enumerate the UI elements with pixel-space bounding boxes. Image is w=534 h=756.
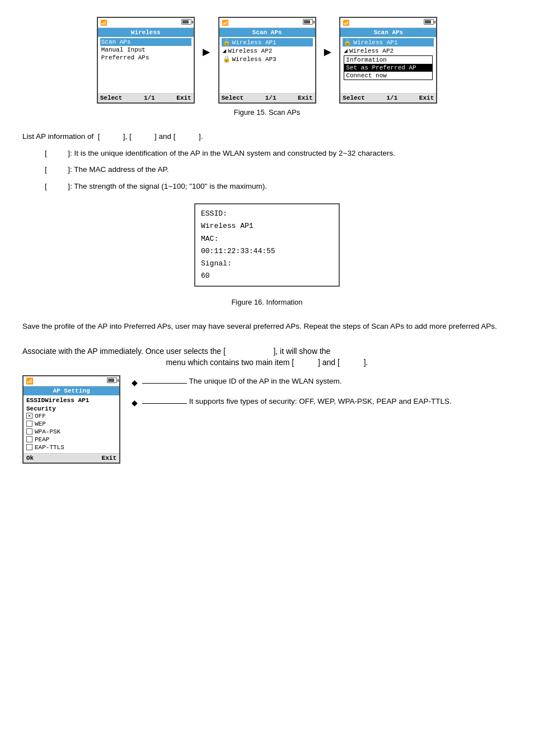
bullet-item-0: [ ] : It is the unique identification of…: [45, 147, 512, 160]
off-checkbox[interactable]: ✕: [26, 413, 32, 419]
peap-label: PEAP: [35, 436, 49, 443]
bottom-section: Associate with the AP immediately. Once …: [17, 347, 517, 464]
screen1-header: Wireless: [98, 28, 194, 37]
ap-essid-row: ESSIDWireless AP1: [26, 397, 116, 404]
bullet-item-1: [ ] : The MAC address of the AP.: [45, 164, 512, 176]
bullet-desc-1: : The MAC address of the AP.: [70, 164, 169, 176]
screen3-footer: Select 1/1 Exit: [340, 93, 436, 102]
bullet-info-bracket-0: The unique ID of the AP in the WLAN syst…: [142, 375, 341, 388]
save-profile-text: Save the profile of the AP into Preferre…: [22, 320, 512, 333]
screen1-footer: Select 1/1 Exit: [98, 93, 194, 102]
screen3-body: 🔒 Wireless AP1 ◢ Wireless AP2 Informatio…: [340, 37, 436, 93]
ap-option-wep[interactable]: WEP: [26, 420, 116, 428]
wpapsk-checkbox[interactable]: [26, 428, 32, 435]
info-line-4: Signal:: [201, 258, 333, 270]
info-line-3: 00:11:22:33:44:55: [201, 245, 333, 258]
ap-exit-btn[interactable]: Exit: [102, 455, 116, 461]
wep-label: WEP: [35, 421, 46, 427]
ap-option-wpa-psk[interactable]: WPA-PSK: [26, 428, 116, 436]
bullet-bracket-1: [ ]: [45, 164, 70, 176]
screen1-item-manual[interactable]: Manual Input: [100, 46, 191, 54]
diamond-icon-0: ◆: [132, 376, 138, 389]
screen3-item-ap2[interactable]: ◢ Wireless AP2: [343, 46, 434, 55]
ap-option-eap-ttls[interactable]: EAP-TTLS: [26, 444, 116, 451]
content-section: List AP information of [ ], [ ] and [ ].…: [17, 130, 517, 333]
screen3-top-bar: 📶: [340, 18, 436, 28]
device-screen-1: 📶 Wireless Scan APs Manual Input Preferr…: [97, 17, 195, 104]
bullet-item-2: [ ] : The strength of the signal (1~100;…: [45, 180, 512, 193]
bullet-info-item-0: ◆ The unique ID of the AP in the WLAN sy…: [132, 375, 452, 389]
screen3-item-ap1[interactable]: 🔒 Wireless AP1: [343, 38, 434, 46]
screen2-battery: [303, 19, 313, 26]
ap-security-label: Security: [26, 405, 116, 412]
screen1-body: Scan APs Manual Input Preferred APs: [98, 37, 194, 93]
screen2-top-bar: 📶: [219, 18, 315, 28]
screen3-ap1-lock-icon: 🔒: [344, 39, 352, 46]
screen3-page: 1/1: [386, 95, 397, 101]
screen2-exit-btn[interactable]: Exit: [298, 95, 312, 101]
info-box: ESSID: Wireless AP1 MAC: 00:11:22:33:44:…: [194, 203, 340, 287]
figure16-caption: Figure 16. Information: [22, 298, 512, 306]
associate-text-line1: Associate with the AP immediately. Once …: [22, 347, 512, 356]
figure15-caption: Figure 15. Scan APs: [17, 108, 517, 116]
bullet-info-bracket-1: It supports five types of security: OFF,…: [142, 395, 452, 408]
bullet-bracket-0: [ ]: [45, 147, 70, 160]
screen2-ap1-lock-icon: 🔒: [223, 39, 231, 46]
peap-checkbox[interactable]: [26, 436, 32, 442]
screen2-item-ap3[interactable]: 🔒 Wireless AP3: [222, 55, 313, 63]
screen3-submenu-connect[interactable]: Connect now: [344, 72, 432, 80]
bullet-info: ◆ The unique ID of the AP in the WLAN sy…: [132, 375, 452, 416]
bottom-row: 📶 AP Setting ESSIDWireless AP1 Security …: [22, 375, 512, 464]
ap-screen-body: ESSIDWireless AP1 Security ✕ OFF WEP WPA…: [24, 395, 119, 453]
ap-option-peap[interactable]: PEAP: [26, 436, 116, 444]
eapttls-checkbox[interactable]: [26, 444, 32, 450]
screen1-item-preferred[interactable]: Preferred APs: [100, 54, 191, 62]
wep-checkbox[interactable]: [26, 421, 32, 427]
screen1-signal-icon: 📶: [100, 20, 107, 26]
ap-ok-btn[interactable]: Ok: [26, 455, 34, 461]
screen1-battery: [181, 19, 191, 26]
off-label: OFF: [35, 413, 46, 419]
list-ap-intro: List AP information of [ ], [ ] and [ ].: [22, 130, 512, 143]
bullet-info-list: ◆ The unique ID of the AP in the WLAN sy…: [132, 375, 452, 409]
screen2-item-ap1[interactable]: 🔒 Wireless AP1: [222, 38, 313, 46]
screen2-ap2-wifi-icon: ◢: [223, 47, 227, 54]
device-screen-2: 📶 Scan APs 🔒 Wireless AP1 ◢ Wireless AP2…: [218, 17, 316, 104]
screen2-ap3-lock-icon: 🔒: [223, 55, 231, 63]
screen3-submenu: Information Set as Preferred AP Connect …: [344, 55, 433, 80]
ap-screen-top: 📶: [24, 376, 119, 386]
screens-row: 📶 Wireless Scan APs Manual Input Preferr…: [17, 17, 517, 104]
screen3-ap2-wifi-icon: ◢: [344, 47, 348, 54]
bullet-desc-2: : The strength of the signal (1~100; "10…: [70, 180, 267, 193]
screen3-select-btn[interactable]: Select: [343, 95, 365, 101]
bullet-list: [ ] : It is the unique identification of…: [45, 147, 512, 193]
screen1-page: 1/1: [144, 95, 155, 101]
screen3-signal-icon: 📶: [343, 20, 349, 26]
ap-option-off[interactable]: ✕ OFF: [26, 412, 116, 420]
arrow-2: ►: [322, 17, 334, 59]
screen2-item-ap2[interactable]: ◢ Wireless AP2: [222, 46, 313, 55]
bullet-desc-0: : It is the unique identification of the…: [70, 147, 395, 160]
screen3-exit-btn[interactable]: Exit: [419, 95, 434, 101]
ap-setting-screen: 📶 AP Setting ESSIDWireless AP1 Security …: [22, 375, 120, 464]
screen2-signal-icon: 📶: [222, 20, 228, 26]
bullet-info-item-1: ◆ It supports five types of security: OF…: [132, 395, 452, 409]
arrow-1: ►: [200, 17, 213, 59]
screen1-select-btn[interactable]: Select: [100, 95, 123, 101]
device-screen-3: 📶 Scan APs 🔒 Wireless AP1 ◢ Wireless AP2…: [339, 17, 437, 104]
screen2-select-btn[interactable]: Select: [222, 95, 244, 101]
screen2-header: Scan APs: [219, 28, 315, 37]
screen2-body: 🔒 Wireless AP1 ◢ Wireless AP2 🔒 Wireless…: [219, 37, 315, 93]
info-line-2: MAC:: [201, 233, 333, 245]
screen2-page: 1/1: [265, 95, 277, 101]
screen3-submenu-info[interactable]: Information: [344, 56, 432, 64]
ap-screen-header: AP Setting: [24, 386, 119, 395]
ap-screen-footer: Ok Exit: [24, 453, 119, 463]
ap-signal-icon: 📶: [26, 377, 34, 385]
screen3-submenu-preferred[interactable]: Set as Preferred AP: [344, 64, 432, 72]
screen2-footer: Select 1/1 Exit: [219, 93, 315, 102]
screen1-exit-btn[interactable]: Exit: [176, 95, 191, 101]
screen1-item-scan[interactable]: Scan APs: [100, 38, 191, 46]
screen1-top-bar: 📶: [98, 18, 194, 28]
associate-text-line2: menu which contains two main item [ ] an…: [22, 358, 512, 367]
